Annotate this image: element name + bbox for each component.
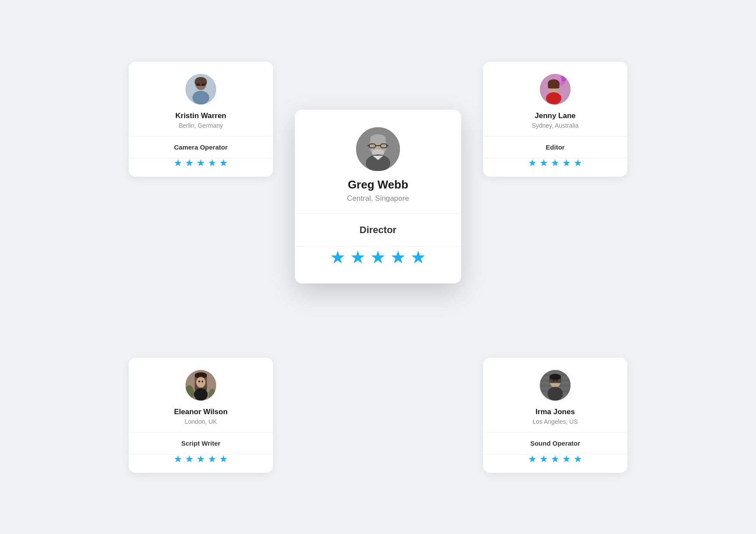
avatar-irma (540, 370, 570, 401)
name-kristin: Kristin Warren (175, 112, 227, 120)
location-eleanor: London, UK (185, 418, 217, 425)
svg-point-18 (554, 87, 556, 88)
card-irma-jones[interactable]: Irma Jones Los Angeles, US Sound Operato… (483, 358, 627, 473)
avatar-kristin (186, 74, 216, 105)
svg-point-16 (546, 92, 561, 105)
svg-point-17 (551, 87, 553, 88)
star-4: ★ (208, 454, 217, 464)
star-3: ★ (551, 158, 560, 168)
svg-point-39 (209, 388, 217, 400)
card-top-eleanor: Eleanor Wilson London, UK (164, 358, 238, 432)
name-eleanor: Eleanor Wilson (174, 408, 228, 416)
star-1: ★ (528, 454, 537, 464)
star-1: ★ (330, 248, 346, 266)
svg-rect-15 (548, 82, 559, 88)
role-greg: Director (342, 214, 414, 246)
svg-point-21 (370, 134, 386, 143)
star-1: ★ (528, 158, 537, 168)
svg-point-34 (194, 388, 208, 401)
location-kristin: Berlin, Germany (178, 122, 223, 129)
stars-irma: ★ ★ ★ ★ ★ (518, 454, 593, 473)
location-greg: Central, Singapore (347, 194, 409, 203)
stars-greg: ★ ★ ★ ★ ★ (312, 247, 444, 283)
card-top-jenny: Jenny Lane Sydney, Australia (521, 62, 589, 136)
card-jenny-lane[interactable]: Jenny Lane Sydney, Australia Editor ★ ★ … (483, 62, 627, 177)
svg-point-35 (196, 377, 206, 387)
cards-scene: Kristin Warren Berlin, Germany Camera Op… (116, 49, 640, 486)
svg-point-37 (202, 380, 203, 382)
avatar-greg (356, 127, 400, 171)
card-top-greg: Greg Webb Central, Singapore (329, 110, 427, 213)
name-irma: Irma Jones (536, 408, 575, 416)
star-4: ★ (390, 248, 406, 266)
star-5: ★ (574, 158, 582, 168)
star-2: ★ (185, 158, 194, 168)
star-4: ★ (562, 454, 571, 464)
role-kristin: Camera Operator (164, 136, 238, 158)
location-irma: Los Angeles, US (532, 418, 578, 425)
star-2: ★ (539, 158, 548, 168)
star-5: ★ (219, 454, 228, 464)
star-3: ★ (196, 158, 205, 168)
name-greg: Greg Webb (348, 178, 408, 192)
role-jenny: Editor (535, 136, 575, 158)
svg-point-36 (199, 380, 200, 382)
stars-kristin: ★ ★ ★ ★ ★ (163, 158, 238, 177)
avatar-eleanor (186, 370, 216, 401)
location-jenny: Sydney, Australia (532, 122, 578, 129)
avatar-jenny (540, 74, 570, 105)
star-5: ★ (219, 158, 228, 168)
role-irma: Sound Operator (520, 433, 591, 454)
star-5: ★ (410, 248, 426, 266)
stars-eleanor: ★ ★ ★ ★ ★ (163, 454, 238, 473)
star-3: ★ (551, 454, 560, 464)
stars-jenny: ★ ★ ★ ★ ★ (518, 158, 593, 177)
svg-point-51 (556, 380, 558, 381)
star-2: ★ (350, 248, 366, 266)
star-4: ★ (562, 158, 571, 168)
svg-point-5 (192, 91, 210, 105)
card-top-kristin: Kristin Warren Berlin, Germany (165, 62, 237, 136)
svg-point-49 (547, 387, 563, 401)
card-greg-webb[interactable]: Greg Webb Central, Singapore Director ★ … (295, 110, 461, 283)
name-jenny: Jenny Lane (535, 112, 576, 120)
star-3: ★ (196, 454, 205, 464)
star-2: ★ (539, 454, 548, 464)
star-3: ★ (370, 248, 386, 266)
svg-rect-48 (550, 376, 561, 383)
star-1: ★ (174, 454, 182, 464)
card-top-irma: Irma Jones Los Angeles, US (522, 358, 588, 432)
svg-point-50 (553, 380, 555, 381)
role-eleanor: Script Writer (171, 433, 231, 454)
card-kristin-warren[interactable]: Kristin Warren Berlin, Germany Camera Op… (129, 62, 273, 177)
svg-rect-7 (202, 83, 206, 85)
star-5: ★ (574, 454, 582, 464)
svg-rect-6 (196, 83, 200, 85)
star-2: ★ (185, 454, 194, 464)
star-4: ★ (208, 158, 217, 168)
card-eleanor-wilson[interactable]: Eleanor Wilson London, UK Script Writer … (129, 358, 273, 473)
star-1: ★ (174, 158, 182, 168)
